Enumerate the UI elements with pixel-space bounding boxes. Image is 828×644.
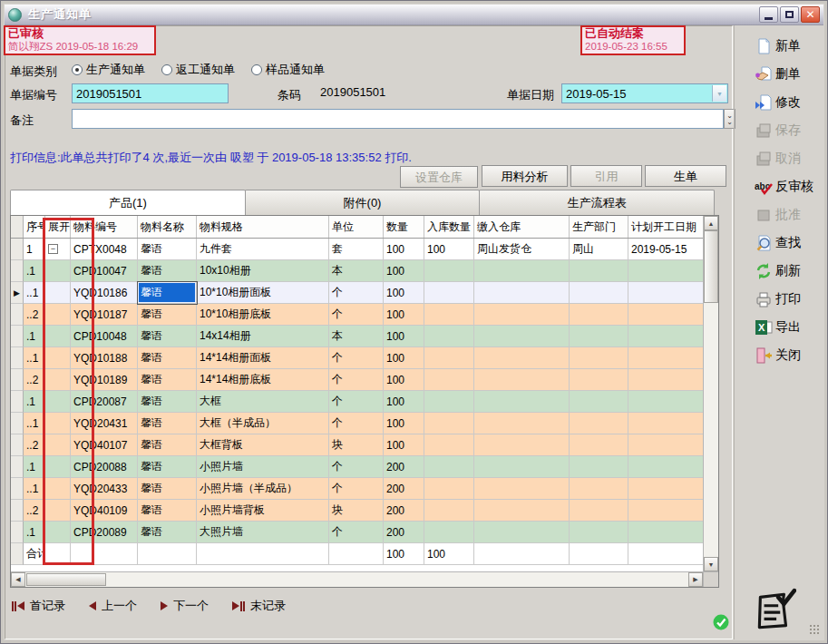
table-cell[interactable]: CPD20087 (71, 391, 138, 413)
table-cell[interactable] (628, 369, 703, 391)
table-cell[interactable]: 200 (384, 456, 424, 478)
table-cell[interactable]: 合计 (24, 543, 45, 565)
table-cell[interactable]: YQD10187 (71, 304, 138, 326)
table-cell[interactable]: 1 (24, 239, 45, 260)
table-cell[interactable] (424, 304, 474, 326)
table-cell[interactable] (570, 434, 628, 456)
vertical-scrollbar[interactable]: ▲ ▼ (703, 216, 718, 587)
scroll-up-icon[interactable]: ▲ (704, 216, 718, 230)
table-cell[interactable]: 周山发货仓 (474, 239, 570, 260)
table-cell[interactable]: 100 (384, 282, 424, 304)
table-cell[interactable] (424, 413, 474, 434)
table-cell[interactable]: CPD10047 (71, 260, 138, 282)
row-selector[interactable] (11, 478, 24, 500)
scroll-right-icon[interactable]: ▶ (688, 572, 703, 587)
remarks-input[interactable] (72, 109, 724, 129)
table-cell[interactable] (570, 369, 628, 391)
tab-2[interactable]: 附件(0) (245, 190, 481, 215)
table-cell[interactable] (474, 522, 570, 543)
column-header[interactable]: 序号 (24, 216, 45, 238)
table-cell[interactable]: 个 (329, 282, 384, 304)
minimize-button[interactable] (759, 6, 778, 23)
prev-record-button[interactable]: 上一个 (89, 598, 137, 614)
table-cell[interactable] (45, 304, 71, 326)
row-selector[interactable] (11, 500, 24, 522)
table-cell[interactable]: 100 (384, 347, 424, 369)
table-cell[interactable]: 100 (424, 543, 474, 565)
table-cell[interactable] (45, 282, 71, 304)
table-cell[interactable]: 本 (329, 260, 384, 282)
table-cell[interactable]: 100 (424, 239, 474, 260)
column-header[interactable]: 入库数量 (424, 216, 474, 238)
table-cell[interactable]: 馨语 (138, 522, 197, 543)
doc-type-radio-1[interactable]: 生产通知单 (72, 62, 145, 78)
table-cell[interactable]: .1 (24, 260, 45, 282)
table-cell[interactable] (329, 543, 384, 565)
table-cell[interactable]: ..1 (24, 282, 45, 304)
table-cell[interactable]: CPD10048 (71, 326, 138, 347)
column-header[interactable]: 数量 (384, 216, 424, 238)
table-cell[interactable]: 小照片墙（半成品） (197, 478, 329, 500)
row-selector[interactable]: ▶ (11, 282, 24, 304)
table-cell[interactable]: 馨语 (138, 391, 197, 413)
sidebar-button-3[interactable]: 修改 (755, 93, 801, 112)
table-cell[interactable]: YQD20433 (71, 478, 138, 500)
table-cell[interactable]: ..1 (24, 347, 45, 369)
table-cell[interactable] (474, 434, 570, 456)
table-cell[interactable] (570, 260, 628, 282)
table-cell[interactable] (45, 522, 71, 543)
doc-no-input[interactable] (72, 83, 229, 103)
column-header[interactable]: 计划开工日期 (628, 216, 703, 238)
table-cell[interactable] (424, 369, 474, 391)
table-cell[interactable] (474, 282, 570, 304)
next-record-button[interactable]: 下一个 (161, 598, 209, 614)
table-cell[interactable]: 10x10相册 (197, 260, 329, 282)
row-selector[interactable] (11, 434, 24, 456)
table-cell[interactable] (45, 478, 71, 500)
table-cell[interactable] (628, 413, 703, 434)
table-cell[interactable]: 200 (384, 500, 424, 522)
table-cell[interactable]: 14*14相册面板 (197, 347, 329, 369)
table-cell[interactable] (45, 260, 71, 282)
row-selector[interactable] (11, 543, 24, 565)
table-cell[interactable]: 100 (384, 239, 424, 260)
table-cell[interactable]: 馨语 (138, 326, 197, 347)
titlebar[interactable]: 生产通知单 ✕ (5, 5, 823, 25)
table-cell[interactable] (474, 478, 570, 500)
table-cell[interactable] (474, 260, 570, 282)
status-green-icon[interactable] (713, 614, 729, 630)
table-cell[interactable] (570, 456, 628, 478)
horizontal-scroll-thumb[interactable] (26, 573, 106, 586)
sidebar-button-11[interactable]: X导出 (755, 317, 801, 337)
table-cell[interactable]: 馨语 (138, 304, 197, 326)
table-cell[interactable] (474, 543, 570, 565)
table-cell[interactable] (628, 456, 703, 478)
last-record-button[interactable]: 末记录 (232, 598, 286, 614)
table-cell[interactable]: 馨语 (138, 500, 197, 522)
table-cell[interactable] (45, 434, 71, 456)
table-cell[interactable]: .1 (24, 456, 45, 478)
table-cell[interactable] (424, 282, 474, 304)
table-cell[interactable]: 馨语 (138, 456, 197, 478)
table-cell[interactable] (424, 434, 474, 456)
row-selector[interactable] (11, 522, 24, 543)
table-cell[interactable] (474, 304, 570, 326)
table-cell[interactable]: 个 (329, 478, 384, 500)
table-cell[interactable] (570, 304, 628, 326)
scroll-left-icon[interactable]: ◀ (11, 572, 25, 587)
collapse-toggle-icon[interactable]: − (48, 244, 58, 254)
table-cell[interactable]: 2019-05-15 (628, 239, 703, 260)
table-cell[interactable] (45, 391, 71, 413)
table-cell[interactable]: 个 (329, 456, 384, 478)
table-cell[interactable] (424, 347, 474, 369)
table-cell[interactable] (45, 413, 71, 434)
table-cell[interactable] (570, 282, 628, 304)
table-cell[interactable] (570, 413, 628, 434)
table-cell[interactable] (628, 543, 703, 565)
table-cell[interactable]: CPTX0048 (71, 239, 138, 260)
column-header[interactable]: 缴入仓库 (474, 216, 570, 238)
table-cell[interactable]: CPD20088 (71, 456, 138, 478)
material-analysis-button[interactable]: 用料分析 (482, 165, 568, 187)
tab-1[interactable]: 产品(1) (10, 190, 246, 215)
table-cell[interactable] (570, 391, 628, 413)
